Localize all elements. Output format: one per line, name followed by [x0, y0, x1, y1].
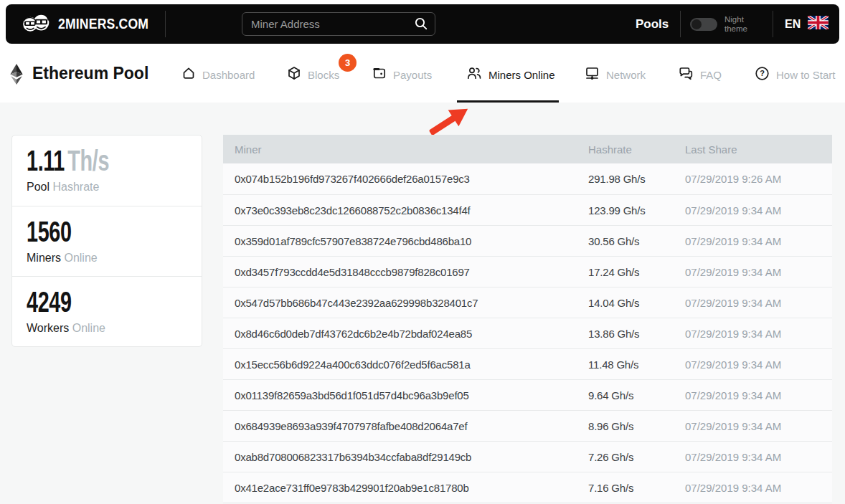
language-selector[interactable]: EN: [785, 4, 829, 44]
night-theme-toggle[interactable]: [690, 18, 717, 31]
miner-hashrate: 17.24 Gh/s: [588, 266, 685, 278]
language-code: EN: [785, 18, 801, 31]
miner-hashrate: 30.56 Gh/s: [588, 235, 685, 247]
pool-stats-panel: 1.11Th/s Pool Hashrate 1560 Miners Onlin…: [11, 135, 202, 347]
topbar-divider: [680, 11, 681, 37]
miner-address: 0x15ecc56b6d9224a400c63ddc076f2ed5f6ac58…: [235, 358, 588, 371]
table-row[interactable]: 0x15ecc56b6d9224a400c63ddc076f2ed5f6ac58…: [223, 348, 832, 379]
svg-text:?: ?: [760, 69, 765, 77]
miner-address: 0x41e2ace731ff0e9783b429901f20ab9e1c8178…: [235, 482, 588, 494]
table-row[interactable]: 0xd3457f793ccdd4e5d31848cccb9879f828c016…: [223, 256, 832, 287]
network-icon: [585, 66, 600, 84]
nav-item-faq[interactable]: FAQ: [679, 47, 722, 103]
stat-value: 4249: [27, 286, 153, 318]
table-row[interactable]: 0x684939e8693a939f4707978fafbe408d2064a7…: [223, 410, 832, 441]
miner-address-search-input[interactable]: [242, 12, 435, 36]
miner-address: 0x547d57bb686b47c443e2392aa629998b328401…: [235, 297, 588, 309]
nav-item-payouts[interactable]: Payouts: [372, 47, 432, 103]
people-icon: [466, 66, 482, 83]
uk-flag-icon: [808, 16, 829, 32]
miner-last-share: 07/29/2019 9:34 AM: [685, 297, 832, 309]
miner-hashrate: 11.48 Gh/s: [588, 358, 685, 371]
table-row[interactable]: 0x41e2ace731ff0e9783b429901f20ab9e1c8178…: [223, 472, 832, 503]
home-icon: [181, 66, 196, 83]
miner-address: 0x8d46c6d0deb7df43762dc6b2e4b72bdaf024ea…: [235, 328, 588, 340]
ethereum-icon: [9, 63, 24, 88]
table-row[interactable]: 0x8d46c6d0deb7df43762dc6b2e4b72bdaf024ea…: [223, 318, 832, 348]
pool-title: Ethereum Pool: [32, 64, 148, 83]
topbar-divider: [165, 11, 166, 37]
table-row[interactable]: 0x074b152b196fd973267f402666def26a0157e9…: [223, 163, 832, 194]
miner-address: 0x359d01af789cfc57907e838724e796cbd486ba…: [235, 235, 588, 247]
miner-last-share: 07/29/2019 9:34 AM: [685, 389, 832, 401]
miner-hashrate: 123.99 Gh/s: [588, 204, 685, 217]
table-row[interactable]: 0x359d01af789cfc57907e838724e796cbd486ba…: [223, 225, 832, 256]
miner-hashrate: 9.64 Gh/s: [588, 389, 685, 401]
miners-table: Miner Hashrate Last Share 0x074b152b196f…: [223, 135, 832, 503]
miner-address: 0x684939e8693a939f4707978fafbe408d2064a7…: [235, 420, 588, 432]
stat-value: 1.11Th/s: [27, 145, 153, 176]
pools-link[interactable]: Pools: [636, 4, 669, 44]
top-bar: 2MINERS.COM Pools Night theme EN: [6, 4, 839, 44]
miner-last-share: 07/29/2019 9:34 AM: [685, 204, 832, 217]
nav-item-miners-online[interactable]: Miners Online: [466, 47, 555, 103]
miner-last-share: 07/29/2019 9:34 AM: [685, 266, 832, 278]
nav-item-blocks[interactable]: Blocks: [287, 47, 339, 103]
content-area: 1.11Th/s Pool Hashrate 1560 Miners Onlin…: [0, 103, 845, 504]
table-header-row: Miner Hashrate Last Share: [223, 135, 832, 163]
col-header-miner: Miner: [235, 143, 588, 156]
table-row[interactable]: 0x73e0c393eb8c23dc1266088752c2b0836c134f…: [223, 194, 832, 225]
nav-item-how-to-start[interactable]: ? How to Start: [755, 47, 836, 103]
miner-hashrate: 291.98 Gh/s: [588, 173, 685, 185]
miners-goggles-logo-icon: [22, 12, 50, 37]
table-row[interactable]: 0x01139f82659a3bd56d1f051d57d4bc96a3b9ef…: [223, 379, 832, 410]
miner-address: 0x01139f82659a3bd56d1f051d57d4bc96a3b9ef…: [235, 389, 588, 401]
miner-last-share: 07/29/2019 9:34 AM: [685, 482, 832, 494]
stat-label: Miners Online: [27, 252, 202, 265]
cube-icon: [287, 66, 301, 83]
blocks-badge: 3: [339, 54, 357, 72]
miner-last-share: 07/29/2019 9:26 AM: [685, 173, 832, 185]
miner-hashrate: 14.04 Gh/s: [588, 297, 685, 309]
stat-value: 1560: [27, 216, 153, 247]
question-circle-icon: ?: [755, 66, 770, 84]
stat-label: Workers Online: [27, 322, 202, 335]
wallet-icon: [372, 66, 387, 83]
stat-workers-online: 4249 Workers Online: [12, 276, 202, 346]
brand-name: 2MINERS.COM: [58, 16, 148, 32]
toggle-knob: [691, 19, 702, 29]
miner-last-share: 07/29/2019 9:34 AM: [685, 358, 832, 371]
miner-last-share: 07/29/2019 9:34 AM: [685, 235, 832, 247]
miner-last-share: 07/29/2019 9:34 AM: [685, 328, 832, 340]
table-body: 0x074b152b196fd973267f402666def26a0157e9…: [223, 163, 832, 503]
miner-hashrate: 7.26 Gh/s: [588, 451, 685, 463]
miner-last-share: 07/29/2019 9:34 AM: [685, 420, 832, 432]
col-header-last-share: Last Share: [685, 143, 832, 156]
miner-address: 0x73e0c393eb8c23dc1266088752c2b0836c134f…: [235, 204, 588, 217]
brand-logo-link[interactable]: 2MINERS.COM: [22, 4, 161, 44]
topbar-divider: [773, 11, 773, 37]
miner-hashrate: 13.86 Gh/s: [588, 328, 685, 340]
nav-item-dashboard[interactable]: Dashboard: [181, 47, 255, 103]
table-row[interactable]: 0xab8d708006823317b6394b34ccfaba8df29149…: [223, 441, 832, 472]
nav-item-network[interactable]: Network: [585, 47, 646, 103]
night-theme-label: Night theme: [724, 15, 747, 34]
stat-label: Pool Hashrate: [27, 181, 202, 194]
miner-hashrate: 8.96 Gh/s: [588, 420, 685, 432]
miner-address: 0xab8d708006823317b6394b34ccfaba8df29149…: [235, 451, 588, 463]
page: 2MINERS.COM Pools Night theme EN: [0, 0, 845, 504]
chat-icon: [679, 66, 694, 83]
search-icon[interactable]: [414, 16, 428, 34]
stat-miners-online: 1560 Miners Online: [12, 206, 202, 276]
miner-address: 0xd3457f793ccdd4e5d31848cccb9879f828c016…: [235, 266, 588, 278]
miner-last-share: 07/29/2019 9:34 AM: [685, 451, 832, 463]
nav-bar: Ethereum Pool Dashboard Blocks 3: [0, 47, 845, 103]
col-header-hashrate: Hashrate: [588, 143, 685, 156]
miner-hashrate: 7.16 Gh/s: [588, 482, 685, 494]
miner-address: 0x074b152b196fd973267f402666def26a0157e9…: [235, 173, 588, 185]
table-row[interactable]: 0x547d57bb686b47c443e2392aa629998b328401…: [223, 287, 832, 318]
stat-pool-hashrate: 1.11Th/s Pool Hashrate: [12, 135, 202, 206]
